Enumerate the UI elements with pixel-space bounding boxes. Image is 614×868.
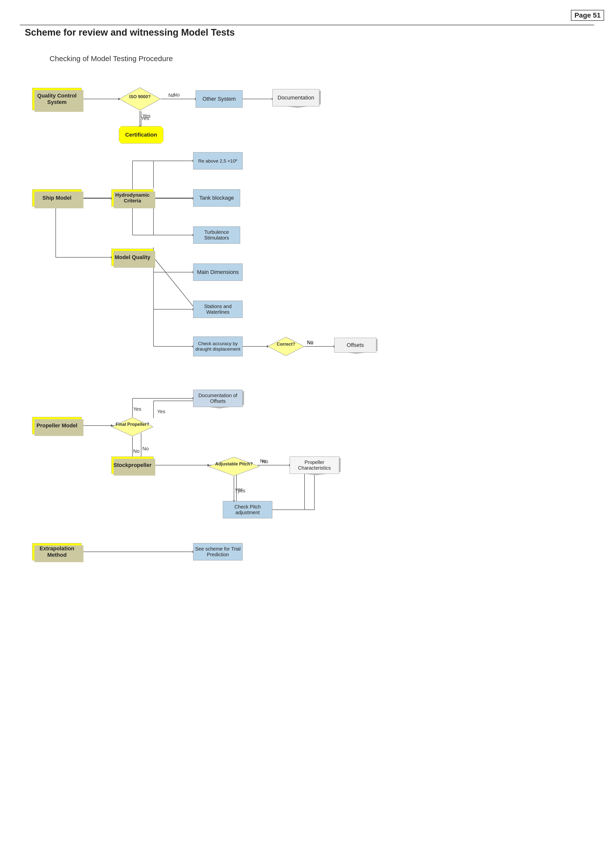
ship-model-box: Ship Model [32,189,82,207]
yes-adj: yes [238,488,246,493]
turbulence-box: Turbulence Stimulators [193,226,240,244]
no-label-1: No [173,92,180,98]
stockpropeller-box: Stockpropeller [111,457,154,474]
model-quality-box: Model Quality [111,249,154,266]
extrapolation-box: Extrapolation Method [32,543,82,560]
stations-box: Stations and Waterlines [193,301,242,318]
correct-diamond: Correct? [267,336,305,356]
svg-text:ISO 9000?: ISO 9000? [129,94,151,99]
certification-box: Certification [119,126,163,144]
hydrodynamic-box: Hydrodynamic Criteria [111,189,154,207]
other-system-box: Other System [196,90,242,108]
no-final: No [142,446,149,451]
iso-diamond: ISO 9000? [119,87,161,111]
svg-line-14 [154,257,196,309]
see-scheme-box: See scheme for Trial Prediction [193,543,242,560]
check-pitch-box: Check Pitch adjustment [223,501,272,518]
page-title: Scheme for review and witnessing Model T… [25,27,235,38]
propeller-char-box: Propeller Characteristics [290,457,339,474]
re-above-box: Re above 2,5 ×10⁶ [193,152,242,169]
yes-final: Yes [157,409,165,414]
tank-blockage-box: Tank blockage [193,189,240,207]
svg-marker-33 [112,417,153,436]
no-label-correct: No [307,339,314,345]
svg-text:Adjustable Pitch?: Adjustable Pitch? [215,462,253,467]
page-number: Page 51 [571,10,604,21]
adjustable-pitch-diamond: Adjustable Pitch? [208,457,260,476]
main-dimensions-box: Main Dimensions [193,264,242,281]
check-accuracy-box: Check accuracy by draught displacement [193,336,242,356]
offsets-box: Offsets [334,338,376,353]
final-propeller-diamond: Final Propeller? [111,417,154,437]
hr-line [20,25,594,25]
doc-offsets-box: Documentation of Offsets [193,390,242,407]
flowchart: No Yes No [20,77,594,844]
yes-label-1: Yes [142,113,151,119]
subtitle: Checking of Model Testing Procedure [50,54,173,63]
quality-control-box: Quality Control System [32,88,82,110]
no-adj: No [260,458,266,464]
propeller-model-box: Propeller Model [32,417,82,434]
svg-text:Final Propeller?: Final Propeller? [116,422,149,427]
svg-marker-35 [208,457,260,476]
documentation-box: Documentation [272,89,319,106]
svg-text:Correct?: Correct? [277,342,295,347]
